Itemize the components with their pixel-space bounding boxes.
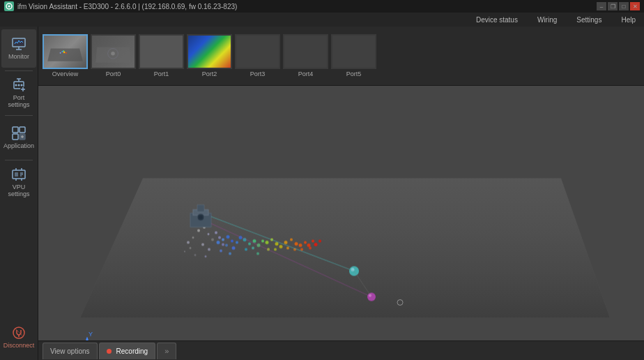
svg-point-71: [236, 241, 238, 244]
tab-port0[interactable]: Port0: [91, 34, 136, 77]
svg-point-70: [232, 246, 236, 250]
title-bar-left: ifm Vision Assistant - E3D300 - 2.6.6.0 …: [4, 1, 237, 11]
tab-port4-thumbnail: [283, 34, 328, 69]
svg-point-77: [245, 248, 247, 251]
svg-point-56: [201, 243, 204, 246]
expand-icon: [164, 347, 169, 355]
tab-port4[interactable]: Port4: [283, 34, 328, 77]
menu-device-status[interactable]: Device status: [473, 15, 521, 25]
3d-scene: Z X Y: [38, 86, 644, 340]
svg-point-98: [309, 247, 312, 250]
tab-port2[interactable]: Port2: [187, 34, 232, 77]
tab-port2-label: Port2: [202, 70, 217, 77]
tab-port5[interactable]: Port5: [331, 34, 376, 77]
svg-marker-35: [47, 48, 83, 61]
svg-rect-22: [15, 172, 18, 177]
svg-point-100: [319, 240, 321, 243]
tab-view-options[interactable]: View options: [43, 343, 98, 359]
svg-point-44: [111, 52, 115, 56]
svg-rect-17: [13, 134, 18, 140]
tab-recording-label: Recording: [116, 347, 148, 355]
svg-point-37: [60, 52, 61, 54]
tab-view-options-label: View options: [50, 347, 90, 355]
tab-port1[interactable]: Port1: [139, 34, 184, 77]
svg-point-54: [211, 239, 214, 241]
svg-point-76: [253, 239, 256, 243]
tab-port5-label: Port5: [346, 70, 362, 77]
menu-bar: Device status Wiring Settings Help: [0, 13, 644, 27]
svg-point-80: [261, 240, 264, 243]
svg-point-40: [66, 52, 67, 54]
svg-point-9: [21, 84, 23, 87]
tab-port3-thumbnail: [235, 34, 280, 69]
svg-point-96: [307, 243, 311, 247]
svg-point-55: [190, 247, 192, 249]
sidebar-divider-3: [5, 160, 33, 160]
svg-point-75: [248, 243, 251, 246]
window-title: ifm Vision Assistant - E3D300 - 2.6.6.0 …: [17, 3, 237, 10]
svg-point-93: [299, 243, 302, 247]
maximize-button[interactable]: □: [619, 2, 629, 10]
svg-rect-103: [197, 205, 204, 212]
svg-point-59: [208, 248, 210, 251]
port-settings-icon: [11, 77, 26, 93]
sidebar-item-vpu-settings[interactable]: VPU settings: [1, 163, 36, 202]
svg-point-78: [252, 247, 254, 250]
svg-point-51: [187, 241, 190, 244]
svg-point-66: [227, 235, 230, 239]
tab-recording[interactable]: Recording: [99, 343, 156, 359]
port-tabs: Overview Port0 Port1 Port2: [38, 27, 644, 86]
svg-point-64: [217, 241, 220, 244]
sidebar-divider-1: [5, 70, 33, 71]
tab-overview[interactable]: Overview: [43, 34, 88, 77]
viewport[interactable]: Z X Y: [38, 86, 644, 340]
sidebar-label-monitor: Monitor: [8, 54, 29, 61]
restore-button[interactable]: ❐: [608, 2, 618, 10]
sidebar: Monitor Port settings: [0, 27, 38, 360]
minimize-button[interactable]: –: [597, 2, 606, 10]
svg-point-90: [295, 242, 298, 246]
svg-text:Y: Y: [89, 331, 93, 338]
svg-point-57: [215, 232, 217, 234]
svg-point-86: [274, 248, 277, 251]
sidebar-item-application[interactable]: Application: [1, 119, 36, 157]
svg-point-48: [197, 230, 200, 232]
svg-point-81: [256, 253, 259, 255]
window-controls[interactable]: – ❐ □ ✕: [597, 2, 640, 10]
menu-settings[interactable]: Settings: [574, 15, 604, 25]
svg-point-88: [284, 241, 288, 244]
svg-point-38: [61, 51, 63, 52]
svg-rect-21: [13, 170, 25, 179]
sidebar-divider-2: [5, 115, 33, 116]
tab-expand[interactable]: [157, 343, 176, 359]
sidebar-label-port-settings: Port settings: [3, 95, 35, 109]
svg-point-82: [266, 241, 269, 244]
disconnect-icon: [11, 325, 26, 340]
svg-point-60: [218, 237, 221, 239]
tab-port3[interactable]: Port3: [235, 34, 280, 77]
tab-port3-label: Port3: [250, 70, 266, 77]
svg-point-105: [199, 216, 203, 219]
svg-point-94: [304, 241, 307, 244]
tab-port2-thumbnail: [187, 34, 232, 69]
sidebar-label-application: Application: [3, 143, 34, 150]
close-button[interactable]: ✕: [630, 2, 640, 10]
tab-port4-label: Port4: [298, 70, 314, 77]
menu-help[interactable]: Help: [618, 15, 638, 25]
svg-point-58: [194, 254, 197, 256]
tab-overview-label: Overview: [52, 70, 79, 77]
svg-point-67: [225, 244, 228, 247]
svg-rect-15: [13, 127, 18, 133]
sidebar-item-disconnect[interactable]: Disconnect: [1, 318, 36, 357]
application-icon: [11, 126, 26, 141]
menu-wiring[interactable]: Wiring: [535, 15, 560, 25]
sidebar-item-monitor[interactable]: Monitor: [1, 29, 36, 68]
svg-point-8: [18, 84, 20, 87]
svg-point-62: [222, 243, 224, 246]
sidebar-label-vpu-settings: VPU settings: [3, 184, 35, 198]
svg-point-61: [184, 251, 185, 253]
app-icon: [4, 1, 14, 11]
tab-port5-thumbnail: [331, 34, 376, 69]
svg-point-69: [220, 250, 222, 253]
sidebar-item-port-settings[interactable]: Port settings: [1, 74, 36, 112]
